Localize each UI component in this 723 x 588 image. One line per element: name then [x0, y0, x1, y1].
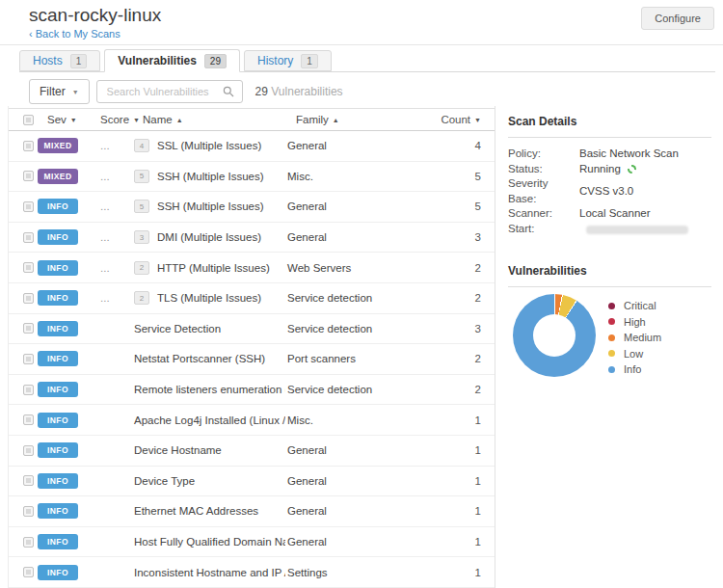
- score-value: ...: [100, 292, 110, 304]
- vulnerability-name[interactable]: DMI (Multiple Issues): [157, 231, 261, 243]
- table-row[interactable]: INFO Apache Log4j Installed (Linux / U… …: [9, 405, 495, 436]
- row-checkbox[interactable]: [23, 141, 34, 151]
- tab-history[interactable]: History 1: [244, 50, 332, 71]
- count-value: 1: [411, 414, 495, 426]
- row-checkbox[interactable]: [23, 445, 34, 456]
- table-row[interactable]: INFO Remote listeners enumeration (Li… S…: [9, 375, 495, 406]
- vulnerability-name[interactable]: Device Hostname: [134, 444, 222, 456]
- table-row[interactable]: INFO Device Type General 1: [9, 467, 495, 497]
- vulnerabilities-chart: Critical High Medium Low Info: [508, 294, 711, 378]
- sort-desc-icon: ▼: [133, 117, 140, 123]
- count-value: 2: [411, 353, 495, 364]
- side-panel: Scan Details Policy: Basic Network Scan …: [508, 106, 711, 378]
- vulnerability-name[interactable]: SSH (Multiple Issues): [157, 171, 264, 182]
- vulnerability-name[interactable]: Inconsistent Hostname and IP Ad…: [134, 567, 285, 578]
- row-checkbox[interactable]: [23, 171, 34, 181]
- row-checkbox[interactable]: [23, 506, 34, 517]
- count-value: 3: [411, 323, 495, 334]
- count-value: 1: [411, 567, 495, 578]
- filter-bar: Filter ▼ 29 Vulnerabilities: [29, 79, 343, 104]
- table-row[interactable]: INFO Device Hostname General 1: [9, 436, 495, 467]
- detail-value: Running: [579, 162, 636, 177]
- column-header-family[interactable]: Family▲: [294, 114, 419, 125]
- vulnerability-name[interactable]: Ethernet MAC Addresses: [134, 505, 258, 517]
- row-checkbox[interactable]: [23, 414, 34, 425]
- vulnerability-name[interactable]: HTTP (Multiple Issues): [157, 262, 270, 274]
- table-row[interactable]: INFO ... 5 SSH (Multiple Issues) General…: [9, 192, 495, 223]
- legend-dot-icon: [608, 350, 615, 357]
- scan-detail-row: Start:: [508, 222, 711, 237]
- detail-value: CVSS v3.0: [579, 176, 633, 206]
- row-checkbox[interactable]: [23, 323, 34, 334]
- count-value: 2: [411, 384, 495, 395]
- configure-button[interactable]: Configure: [641, 7, 714, 30]
- vulnerability-name[interactable]: TLS (Multiple Issues): [157, 292, 261, 304]
- severity-badge: INFO: [38, 473, 78, 489]
- vulnerability-name[interactable]: Device Type: [134, 475, 195, 487]
- legend-item: Critical: [608, 298, 661, 314]
- severity-badge: INFO: [38, 260, 78, 276]
- vulnerability-count-text: 29 Vulnerabilities: [255, 85, 343, 98]
- severity-badge: INFO: [38, 503, 78, 519]
- table-row[interactable]: INFO Ethernet MAC Addresses General 1: [9, 496, 495, 527]
- legend-dot-icon: [608, 334, 615, 341]
- table-row[interactable]: MIXED ... 4 SSL (Multiple Issues) Genera…: [9, 131, 495, 162]
- legend-dot-icon: [608, 366, 615, 373]
- vulnerability-name[interactable]: Host Fully Qualified Domain Nam…: [134, 536, 285, 548]
- table-row[interactable]: INFO ... 3 DMI (Multiple Issues) General…: [9, 223, 495, 254]
- table-row[interactable]: INFO Service Detection Service detection…: [9, 314, 495, 345]
- column-header-score[interactable]: Score▼: [93, 114, 140, 125]
- legend-label: Critical: [624, 300, 656, 311]
- row-checkbox[interactable]: [23, 567, 34, 577]
- row-checkbox[interactable]: [23, 201, 34, 212]
- page-header: scan-rocky-linux ‹Back to My Scans Confi…: [0, 0, 723, 45]
- filter-button[interactable]: Filter ▼: [29, 79, 90, 104]
- table-row[interactable]: INFO Netstat Portscanner (SSH) Port scan…: [9, 344, 495, 375]
- legend-dot-icon: [608, 303, 615, 309]
- search-box[interactable]: [96, 80, 243, 103]
- legend-label: Low: [624, 348, 643, 360]
- family-value: General: [287, 200, 327, 212]
- column-header-name[interactable]: Name▲: [140, 114, 294, 125]
- severity-badge: INFO: [38, 442, 78, 458]
- detail-label: Scanner:: [508, 206, 579, 222]
- search-input[interactable]: [105, 85, 223, 98]
- table-row[interactable]: INFO Host Fully Qualified Domain Nam… Ge…: [9, 527, 495, 558]
- table-row[interactable]: MIXED ... 5 SSH (Multiple Issues) Misc. …: [9, 162, 495, 193]
- back-chevron-icon: ‹: [29, 28, 33, 40]
- score-value: ...: [100, 231, 110, 243]
- vulnerability-name[interactable]: Apache Log4j Installed (Linux / U…: [134, 414, 285, 426]
- vulnerability-table: Sev▼ Score▼ Name▲ Family▲ Count▼ MIXED .…: [8, 106, 495, 588]
- scan-details-list: Policy: Basic Network Scan Status: Runni…: [508, 147, 711, 236]
- table-row[interactable]: INFO Inconsistent Hostname and IP Ad… Se…: [9, 557, 495, 588]
- vulnerability-name[interactable]: Service Detection: [134, 323, 221, 334]
- column-header-sev[interactable]: Sev▼: [38, 114, 93, 125]
- row-checkbox[interactable]: [23, 354, 34, 364]
- row-checkbox[interactable]: [23, 232, 34, 243]
- column-header-count[interactable]: Count▼: [419, 114, 495, 125]
- row-checkbox[interactable]: [23, 293, 34, 304]
- redacted-value: [586, 226, 688, 234]
- vulnerability-name[interactable]: SSH (Multiple Issues): [157, 200, 264, 212]
- back-to-my-scans-link[interactable]: ‹Back to My Scans: [29, 28, 120, 40]
- count-value: 1: [411, 444, 495, 456]
- vulnerability-name[interactable]: Netstat Portscanner (SSH): [134, 353, 265, 364]
- row-checkbox[interactable]: [23, 475, 34, 486]
- row-checkbox[interactable]: [23, 385, 34, 395]
- vulnerability-count-label: Vulnerabilities: [271, 85, 342, 98]
- table-row[interactable]: INFO ... 2 HTTP (Multiple Issues) Web Se…: [9, 253, 495, 283]
- vulnerability-name[interactable]: SSL (Multiple Issues): [157, 140, 261, 151]
- scan-detail-row: Policy: Basic Network Scan: [508, 147, 711, 162]
- grouped-plugins-icon: 2: [134, 291, 149, 305]
- row-checkbox[interactable]: [23, 537, 34, 548]
- table-row[interactable]: INFO ... 2 TLS (Multiple Issues) Service…: [9, 283, 495, 314]
- family-value: Service detection: [287, 292, 372, 304]
- select-all-checkbox[interactable]: [23, 115, 34, 125]
- row-checkbox[interactable]: [23, 262, 34, 273]
- vulnerability-name[interactable]: Remote listeners enumeration (Li…: [134, 384, 285, 395]
- severity-badge: INFO: [38, 413, 78, 428]
- tab-vulnerabilities[interactable]: Vulnerabilities 29: [104, 49, 240, 72]
- tab-hosts[interactable]: Hosts 1: [19, 50, 100, 71]
- search-icon: [223, 86, 234, 97]
- running-spinner-icon: [628, 165, 636, 174]
